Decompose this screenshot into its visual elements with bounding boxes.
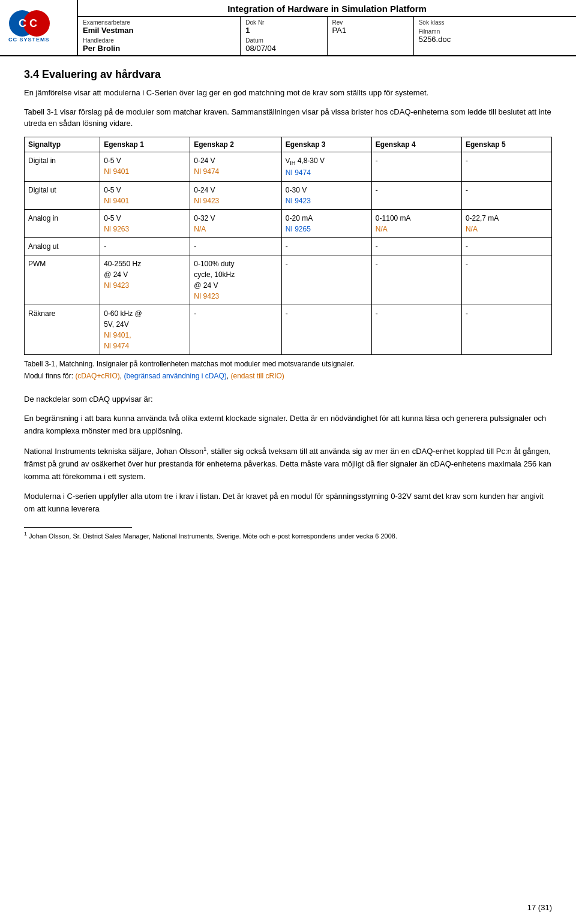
col-header-e5: Egenskap 5	[461, 137, 551, 152]
col-header-e1: Egenskap 1	[100, 137, 190, 152]
cell-e3: 0-20 mA NI 9265	[281, 210, 371, 238]
ni-module-ref: N/A	[376, 225, 388, 233]
ni-module-ref: NI 9474	[194, 167, 219, 176]
supervisor-value: Per Brolin	[83, 44, 235, 53]
table-row: Analog in 0-5 V NI 9263 0-32 V N/A 0-20 …	[25, 210, 552, 238]
ni-module-ref: NI 9263	[104, 225, 129, 233]
ni-module-ref: N/A	[194, 225, 206, 233]
supervisor-label: Handledare	[83, 37, 235, 44]
cell-type: Analog ut	[25, 238, 100, 255]
table-row: Digital ut 0-5 V NI 9401 0-24 V NI 9423 …	[25, 182, 552, 210]
cell-e3: -	[281, 238, 371, 255]
ni-module-ref: NI 9265	[286, 225, 311, 233]
class-label: Sök klass	[419, 19, 571, 26]
body-text-4: Modulerna i C-serien uppfyller alla utom…	[24, 490, 552, 516]
logo-area: C C CC SYSTEMS	[0, 0, 78, 55]
cell-e1: 0-5 V NI 9401	[100, 182, 190, 210]
docnr-value: 1	[245, 26, 322, 35]
table-row: Räknare 0-60 kHz @ 5V, 24V NI 9401, NI 9…	[25, 305, 552, 355]
legend-crio: (endast till cRIO)	[231, 372, 284, 380]
svg-text:CC SYSTEMS: CC SYSTEMS	[8, 37, 50, 43]
cell-e4: -	[371, 182, 461, 210]
cell-e5: -	[461, 255, 551, 305]
cell-e5: 0-22,7 mA N/A	[461, 210, 551, 238]
cell-type: Analog in	[25, 210, 100, 238]
cell-e4: 0-1100 mA N/A	[371, 210, 461, 238]
cell-type: PWM	[25, 255, 100, 305]
cell-e1: 0-60 kHz @ 5V, 24V NI 9401, NI 9474	[100, 305, 190, 355]
rev-field: Rev PA1	[328, 17, 414, 55]
date-label: Datum	[245, 37, 322, 44]
col-header-e3: Egenskap 3	[281, 137, 371, 152]
module-legend: Modul finns för: (cDAQ+cRIO), (begränsad…	[24, 371, 552, 382]
cell-e2: -	[190, 238, 282, 255]
cell-e2: 0-24 V NI 9474	[190, 152, 282, 182]
cell-e1: -	[100, 238, 190, 255]
rev-value: PA1	[332, 26, 409, 35]
cell-e1: 0-5 V NI 9263	[100, 210, 190, 238]
cell-e3: 0-30 V NI 9423	[281, 182, 371, 210]
cell-e3: -	[281, 305, 371, 355]
legend-cdaq: (cDAQ+cRIO)	[75, 372, 119, 380]
cell-e1: 0-5 V NI 9401	[100, 152, 190, 182]
cell-e3: VIH 4,8-30 V NI 9474	[281, 152, 371, 182]
cell-e2: 0-100% duty cycle, 10kHz @ 24 V NI 9423	[190, 255, 282, 305]
cell-e2: -	[190, 305, 282, 355]
ni-module-ref: NI 9423	[286, 197, 311, 205]
docnr-label: Dok Nr	[245, 19, 322, 26]
docnr-field: Dok Nr 1 Datum 08/07/04	[241, 17, 327, 55]
cell-type: Digital ut	[25, 182, 100, 210]
cell-e5: -	[461, 238, 551, 255]
footnote-text: Johan Olsson, Sr. District Sales Manager…	[29, 532, 397, 540]
date-value: 08/07/04	[245, 44, 322, 53]
header-fields: Examensarbetare Emil Vestman Handledare …	[78, 17, 576, 55]
ni-module-ref: NI 9474	[286, 168, 311, 177]
intro-paragraph-1: En jämförelse visar att modulerna i C-Se…	[24, 87, 552, 99]
table-row: Digital in 0-5 V NI 9401 0-24 V NI 9474 …	[25, 152, 552, 182]
ni-module-ref: NI 9423	[194, 197, 219, 205]
legend-prefix: Modul finns för:	[24, 372, 75, 380]
filename-label: Filnamn	[419, 28, 571, 35]
examiner-field: Examensarbetare Emil Vestman Handledare …	[78, 17, 241, 55]
cell-e4: -	[371, 305, 461, 355]
cell-type: Digital in	[25, 152, 100, 182]
matching-table: Signaltyp Egenskap 1 Egenskap 2 Egenskap…	[24, 137, 552, 356]
ni-module-ref: NI 9423	[104, 281, 129, 290]
cell-e4: -	[371, 255, 461, 305]
svg-text:C: C	[29, 17, 37, 29]
cell-e2: 0-32 V N/A	[190, 210, 282, 238]
svg-text:C: C	[19, 17, 26, 29]
table-caption-text: Tabell 3-1, Matchning. Insignaler på kon…	[24, 360, 355, 368]
col-header-signaltyp: Signaltyp	[25, 137, 100, 152]
cell-e4: -	[371, 238, 461, 255]
rev-label: Rev	[332, 19, 409, 26]
filename-value: 5256.doc	[419, 35, 571, 44]
ni-module-ref: NI 9401,	[104, 331, 131, 339]
col-header-e2: Egenskap 2	[190, 137, 282, 152]
ni-module-ref: NI 9401	[104, 197, 129, 205]
main-content: 3.4 Evaluering av hårdvara En jämförelse…	[0, 56, 576, 553]
table-caption: Tabell 3-1, Matchning. Insignaler på kon…	[24, 360, 552, 368]
cell-e5: -	[461, 182, 551, 210]
header-info: Integration of Hardware in Simulation Pl…	[78, 0, 576, 55]
table-row: Analog ut - - - - -	[25, 238, 552, 255]
examiner-value: Emil Vestman	[83, 26, 235, 35]
cell-e4: -	[371, 152, 461, 182]
intro-paragraph-2: Tabell 3-1 visar förslag på de moduler s…	[24, 106, 552, 130]
page-header: C C CC SYSTEMS Integration of Hardware i…	[0, 0, 576, 56]
section-heading: 3.4 Evaluering av hårdvara	[24, 68, 552, 81]
col-header-e4: Egenskap 4	[371, 137, 461, 152]
ni-module-ref: N/A	[466, 225, 478, 233]
document-title: Integration of Hardware in Simulation Pl…	[78, 0, 576, 17]
body-text-3: National Instruments tekniska säljare, J…	[24, 445, 552, 483]
table-row: PWM 40-2550 Hz @ 24 V NI 9423 0-100% dut…	[25, 255, 552, 305]
cell-e3: -	[281, 255, 371, 305]
footnote-divider	[24, 527, 132, 528]
body-text-1: De nackdelar som cDAQ uppvisar är:	[24, 393, 552, 406]
cell-e5: -	[461, 152, 551, 182]
ni-module-ref: NI 9474	[104, 342, 129, 350]
footnote-number: 1	[24, 531, 27, 537]
cell-e5: -	[461, 305, 551, 355]
filename-field: Sök klass Filnamn 5256.doc	[414, 17, 576, 55]
cell-e1: 40-2550 Hz @ 24 V NI 9423	[100, 255, 190, 305]
